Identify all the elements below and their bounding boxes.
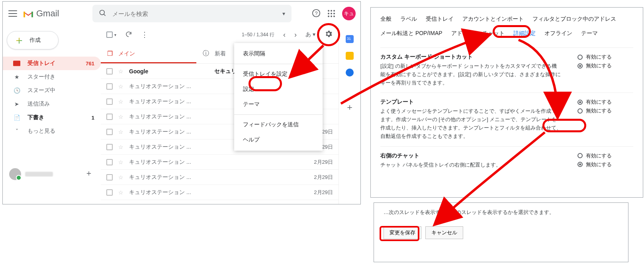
settings-tab[interactable]: フィルタとブロック中のアドレス (532, 16, 616, 23)
mail-row[interactable]: ☆キュリオステーション ...2月29日 (101, 155, 339, 170)
settings-tab[interactable]: 詳細設定 (513, 30, 536, 37)
tab-0[interactable]: ❐メイン (101, 44, 196, 63)
star-icon[interactable]: ☆ (118, 129, 123, 135)
radio-disable[interactable]: 無効にする (577, 107, 633, 114)
prev-page-icon[interactable]: ‹ (283, 31, 286, 39)
star-icon[interactable]: ☆ (118, 189, 123, 196)
sidebar-item-star[interactable]: ★スター付き (3, 70, 101, 84)
settings-tab[interactable]: 受信トレイ (426, 16, 454, 23)
star-icon[interactable]: ☆ (118, 98, 123, 105)
setting-desc: チャット パネルを受信トレイの右側に配置します。 (380, 161, 562, 169)
refresh-icon[interactable] (125, 31, 132, 39)
save-button[interactable]: 変更を保存 (384, 226, 421, 239)
star-icon[interactable]: ☆ (118, 144, 123, 150)
hangouts-contact[interactable] (9, 168, 53, 180)
help-icon[interactable]: ? (312, 9, 321, 19)
row-checkbox[interactable] (106, 68, 113, 75)
hangouts-avatar-icon (9, 168, 21, 180)
settings-tab[interactable]: アドオン (451, 30, 474, 37)
dropdown-separator (234, 64, 323, 64)
row-sender: キュリオステーション ... (129, 113, 209, 120)
star-icon[interactable]: ☆ (118, 114, 123, 120)
star-icon[interactable]: ☆ (118, 83, 123, 90)
star-icon[interactable]: ☆ (118, 174, 123, 181)
dropdown-item[interactable]: 表示間隔 (234, 46, 323, 61)
setting-title: カスタム キーボード ショートカット (380, 53, 562, 61)
star-icon[interactable]: ☆ (118, 68, 123, 75)
dropdown-item[interactable]: フィードバックを送信 (234, 117, 323, 132)
search-icon (99, 9, 107, 18)
row-checkbox[interactable] (106, 129, 113, 135)
sidebar-item-draft[interactable]: 📄下書き1 (3, 111, 101, 124)
sidebar-item-more[interactable]: ˅もっと見る (3, 124, 101, 138)
settings-dropdown: 表示間隔受信トレイを設定設定テーマフィードバックを送信ヘルプ (234, 43, 323, 151)
dropdown-item[interactable]: ヘルプ (234, 132, 323, 147)
tab-icon: ❐ (107, 50, 113, 57)
settings-tab[interactable]: 全般 (380, 16, 391, 23)
settings-tab[interactable]: チャット (482, 30, 505, 37)
radio-disable[interactable]: 無効にする (577, 62, 633, 69)
setting-right-chat: 右側のチャット チャット パネルを受信トレイの右側に配置します。 有効にする 無… (380, 146, 633, 175)
gmail-sidebar: ＋ 作成 受信トレイ761★スター付き🕓スヌーズ中➤送信済み📄下書き1˅もっと見… (3, 26, 101, 204)
next-page-icon[interactable]: › (294, 31, 297, 39)
hangouts-add-icon[interactable]: ＋ (85, 168, 93, 179)
sidebar-item-send[interactable]: ➤送信済み (3, 97, 101, 111)
settings-tabbar: 全般ラベル受信トレイアカウントとインポートフィルタとブロック中のアドレスメール転… (380, 16, 633, 37)
radio-enable[interactable]: 有効にする (577, 152, 633, 159)
radio-disable[interactable]: 無効にする (577, 161, 633, 168)
setting-keyboard-shortcuts: カスタム キーボード ショートカット [設定] の新しいタブからキーボード ショ… (380, 47, 633, 92)
rail-add-icon[interactable]: ＋ (345, 101, 354, 113)
star-icon[interactable]: ☆ (118, 159, 123, 165)
row-checkbox[interactable] (106, 189, 113, 196)
mail-row[interactable]: ☆キュリオステーション ...2月29日 (101, 170, 339, 185)
dropdown-item[interactable]: 設定 (234, 82, 323, 97)
settings-tab[interactable]: メール転送と POP/IMAP (380, 30, 442, 37)
plus-icon: ＋ (14, 35, 25, 46)
star-icon: ★ (13, 74, 20, 80)
cancel-button[interactable]: キャンセル (425, 226, 463, 239)
row-date: 2月29日 (309, 174, 333, 181)
tasks-icon[interactable] (346, 69, 354, 77)
row-checkbox[interactable] (106, 98, 113, 105)
row-checkbox[interactable] (106, 83, 113, 90)
apps-grid-icon[interactable] (328, 10, 335, 17)
compose-button[interactable]: ＋ 作成 (7, 31, 59, 49)
row-checkbox[interactable] (106, 174, 113, 181)
account-avatar[interactable]: キュ (342, 7, 356, 20)
save-desc: …次のスレッドを表示するか前のスレッドを表示するかを選択できます。 (384, 208, 619, 217)
compose-label: 作成 (29, 37, 41, 44)
keep-icon[interactable] (346, 52, 354, 60)
calendar-icon[interactable]: 31 (346, 35, 354, 43)
row-checkbox[interactable] (106, 114, 113, 120)
settings-tab[interactable]: アカウントとインポート (462, 16, 524, 23)
menu-icon[interactable] (8, 10, 17, 17)
row-sender: キュリオステーション ... (129, 143, 209, 151)
search-dropdown-icon[interactable]: ▾ (282, 10, 285, 17)
sidebar-item-inbox[interactable]: 受信トレイ761 (3, 57, 101, 70)
dropdown-item[interactable]: テーマ (234, 97, 323, 112)
select-all-checkbox[interactable]: ▾ (106, 31, 116, 38)
row-sender: キュリオステーション ... (129, 83, 209, 90)
radio-enable[interactable]: 有効にする (577, 53, 633, 61)
nav-label: スヌーズ中 (27, 87, 94, 94)
mail-row[interactable]: ☆キュリオステーション ...2月29日 (101, 185, 339, 200)
settings-tab[interactable]: テーマ (581, 30, 598, 37)
settings-gear-icon[interactable] (324, 29, 333, 40)
clock-icon: 🕓 (13, 87, 20, 94)
svg-rect-4 (13, 61, 20, 66)
row-checkbox[interactable] (106, 159, 113, 165)
dropdown-item[interactable]: 受信トレイを設定 (234, 67, 323, 82)
settings-tab[interactable]: オフライン (544, 30, 572, 37)
ime-indicator[interactable]: あ ▾ (305, 31, 315, 38)
row-date: 2月29日 (309, 189, 333, 196)
more-icon[interactable]: ⋮ (141, 30, 148, 39)
sidebar-item-clock[interactable]: 🕓スヌーズ中 (3, 84, 101, 97)
row-sender: キュリオステーション ... (129, 174, 209, 181)
settings-tab[interactable]: ラベル (400, 16, 417, 23)
row-checkbox[interactable] (106, 144, 113, 150)
search-bar[interactable]: ▾ (92, 5, 292, 22)
gmail-header: Gmail ▾ ? キュ (3, 2, 360, 26)
save-panel: …次のスレッドを表示するか前のスレッドを表示するかを選択できます。 変更を保存 … (374, 202, 628, 262)
radio-enable[interactable]: 有効にする (577, 98, 633, 106)
search-input[interactable] (112, 10, 277, 17)
